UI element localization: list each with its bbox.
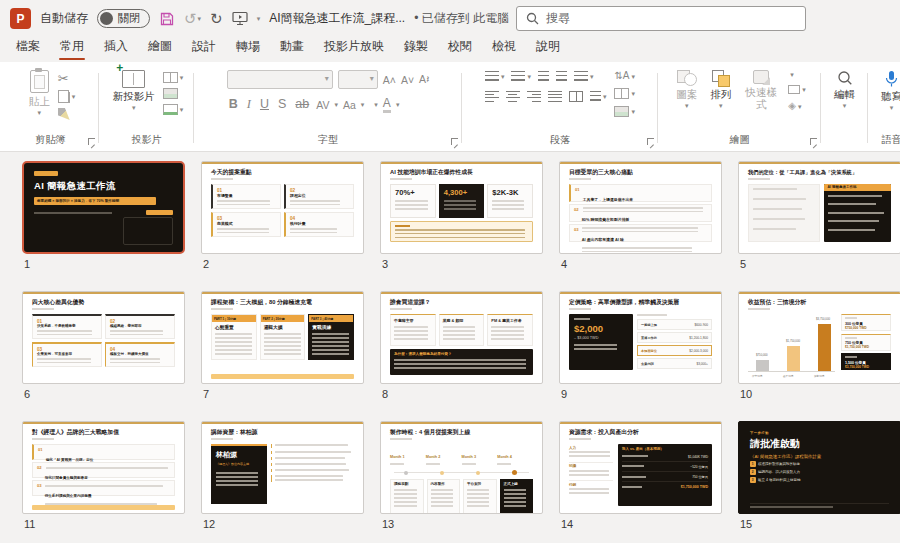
tab-design[interactable]: 設計 xyxy=(182,35,226,62)
slide-layout-button[interactable]: ▾ xyxy=(163,72,184,83)
slide-7-canvas[interactable]: 課程架構：三大模組，80 分鐘極速充電 PART 1｜10分鐘心態重置 PART… xyxy=(201,291,364,384)
character-spacing-button[interactable]: AV xyxy=(316,99,329,111)
slide-thumbnail-1[interactable]: AI 簡報急速工作流 敘事結構 × 版面設計 × 說服力，省下 70% 製作時間… xyxy=(22,161,185,270)
slide-14-canvas[interactable]: 資源需求：投入與產出分析 人力 拍攝 行銷 投入 vs. 產出（基本預測） $1… xyxy=(559,421,722,514)
clipboard-dialog-launcher[interactable] xyxy=(88,138,95,145)
clear-formatting-button[interactable]: A𝄽 xyxy=(419,73,429,86)
tab-insert[interactable]: 插入 xyxy=(94,35,138,62)
reset-slide-button[interactable] xyxy=(163,88,178,99)
align-center-button[interactable] xyxy=(506,91,520,102)
slide-thumbnail-13[interactable]: 製作時程：4 個月從提案到上線 Month 1 Month 2 Month 3 … xyxy=(380,421,543,530)
tab-transitions[interactable]: 轉場 xyxy=(226,35,270,62)
numbering-button[interactable]: ▾ xyxy=(511,71,531,82)
increase-indent-button[interactable] xyxy=(556,71,567,82)
drawing-dialog-launcher[interactable] xyxy=(810,138,817,145)
slide-10-canvas[interactable]: 收益預估：三情境分析 $750,000 $1,750,000 $3,750,00… xyxy=(738,291,900,384)
columns-button[interactable] xyxy=(569,91,583,102)
search-input[interactable]: 搜尋 xyxy=(516,6,806,31)
autosave-toggle[interactable]: 關閉 xyxy=(97,9,150,28)
slide-thumbnail-9[interactable]: 定價策略：高單價微型課，精準觸及決策層 $2,000 – $3,000 TWD … xyxy=(559,291,722,400)
justify-button[interactable] xyxy=(548,91,562,102)
slide-9-canvas[interactable]: 定價策略：高單價微型課，精準觸及決策層 $2,000 – $3,000 TWD … xyxy=(559,291,722,384)
slide-4-canvas[interactable]: 目標受眾的三大核心痛點 01工具學了，上場還是做不出來 0280% 時間浪費在投… xyxy=(559,161,722,254)
underline-button[interactable]: U xyxy=(258,96,271,114)
slide-8-canvas[interactable]: 誰會買這堂課？ 中高階主管 業務 & 顧問 PM & 專業工作者 為什麼：這群人… xyxy=(380,291,543,384)
shape-fill-button[interactable]: ▾ xyxy=(788,71,794,78)
line-spacing-button[interactable]: ▾ xyxy=(574,71,594,82)
text-direction-button[interactable]: ▾ xyxy=(590,91,607,102)
slide-2-canvas[interactable]: 今天的提案重點 01市場聲量 02課程定位 03商業模式 04執行計畫 xyxy=(201,161,364,254)
tab-file[interactable]: 檔案 xyxy=(6,35,50,62)
slide-13-canvas[interactable]: 製作時程：4 個月從提案到上線 Month 1 Month 2 Month 3 … xyxy=(380,421,543,514)
shape-effects-button[interactable]: ◈▾ xyxy=(788,101,801,111)
font-color-button[interactable]: A xyxy=(383,97,391,113)
slide-thumbnail-5[interactable]: 我們的定位：從「工具課」進化為「決策系統」 AI 簡報急速工作流 xyxy=(738,161,900,270)
font-name-select[interactable] xyxy=(227,70,333,89)
decrease-font-button[interactable]: A˅ xyxy=(401,74,414,86)
new-slide-button[interactable]: 新投影片 ▾ xyxy=(110,67,158,112)
tab-view[interactable]: 檢視 xyxy=(482,35,526,62)
change-case-button[interactable]: Aa xyxy=(343,99,356,111)
slide-thumbnail-7[interactable]: 課程架構：三大模組，80 分鐘極速充電 PART 1｜10分鐘心態重置 PART… xyxy=(201,291,364,400)
shapes-button[interactable]: 圖案 ▾ xyxy=(673,67,700,110)
redo-button[interactable]: ↻ xyxy=(210,11,223,26)
align-left-button[interactable] xyxy=(485,91,499,102)
slide-6-canvas[interactable]: 四大核心差異化優勢 01決策系統，不是軟體教學 02模組思維，學完即用 03企業… xyxy=(22,291,185,384)
align-text-button[interactable]: ⇅A▾ xyxy=(614,71,635,81)
slide-1-canvas[interactable]: AI 簡報急速工作流 敘事結構 × 版面設計 × 說服力，省下 70% 製作時間 xyxy=(22,161,185,254)
slide-thumbnail-3[interactable]: AI 技能培訓市場正在爆炸性成長 70%+ 4,300+ $2K-3K 3 xyxy=(380,161,543,270)
section-button[interactable]: ▾ xyxy=(163,104,184,115)
paragraph-dialog-launcher[interactable] xyxy=(647,138,654,145)
slide-thumbnail-2[interactable]: 今天的提案重點 01市場聲量 02課程定位 03商業模式 04執行計畫 2 xyxy=(201,161,364,270)
increase-font-button[interactable]: A˄ xyxy=(383,74,396,86)
slide-thumbnail-4[interactable]: 目標受眾的三大核心痛點 01工具學了，上場還是做不出來 0280% 時間浪費在投… xyxy=(559,161,722,270)
font-dialog-launcher[interactable] xyxy=(451,138,458,145)
paste-button[interactable]: 貼上 ▾ xyxy=(26,67,53,117)
tab-animations[interactable]: 動畫 xyxy=(270,35,314,62)
dictate-button[interactable]: 聽寫 ▾ xyxy=(878,67,900,112)
cut-button[interactable]: ✂ xyxy=(58,72,69,85)
slide-3-canvas[interactable]: AI 技能培訓市場正在爆炸性成長 70%+ 4,300+ $2K-3K xyxy=(380,161,543,254)
font-size-select[interactable] xyxy=(338,70,378,89)
tab-record[interactable]: 錄製 xyxy=(394,35,438,62)
tab-slideshow[interactable]: 投影片放映 xyxy=(314,35,394,62)
slide-thumbnail-15[interactable]: 下一步行動 請批准啟動 《AI 簡報急速工作流》課程製作計畫 1核准課程製作案與… xyxy=(738,421,900,530)
quick-styles-button[interactable]: 快速樣式 xyxy=(741,67,781,110)
timeline-dot xyxy=(476,471,480,475)
slide-thumbnail-6[interactable]: 四大核心差異化優勢 01決策系統，不是軟體教學 02模組思維，學完即用 03企業… xyxy=(22,291,185,400)
copy-button[interactable]: ▾ xyxy=(58,90,76,103)
saved-status[interactable]: • 已儲存到 此電腦 xyxy=(414,10,509,27)
format-painter-button[interactable] xyxy=(58,108,70,120)
slide-thumbnail-11[interactable]: 對《經理人》品牌的三大戰略加值 01強化「AI 實戰第一品牌」定位 02深化訂閱… xyxy=(22,421,185,530)
bold-button[interactable]: B xyxy=(227,96,240,114)
ribbon-options-chevron[interactable]: ▾ xyxy=(257,15,261,23)
bullets-button[interactable]: ▾ xyxy=(485,71,505,82)
shape-outline-button[interactable]: ▾ xyxy=(788,85,806,94)
italic-button[interactable]: I xyxy=(245,96,253,114)
convert-smartart-button[interactable]: ▾ xyxy=(614,106,635,117)
tab-home[interactable]: 常用 xyxy=(50,35,94,62)
editing-button[interactable]: 編輯 ▾ xyxy=(831,67,858,110)
shadow-button[interactable]: S xyxy=(276,96,288,114)
slide-5-canvas[interactable]: 我們的定位：從「工具課」進化為「決策系統」 AI 簡報急速工作流 xyxy=(738,161,900,254)
decrease-indent-button[interactable] xyxy=(538,71,549,82)
slide-thumbnail-12[interactable]: 講師資歷：林柏源 林柏源 《經理人》數位內容主編 xyxy=(201,421,364,530)
save-button[interactable] xyxy=(159,11,175,27)
slide-15-canvas[interactable]: 下一步行動 請批准啟動 《AI 簡報急速工作流》課程製作計畫 1核准課程製作案與… xyxy=(738,421,900,514)
document-title[interactable]: AI簡報急速工作流_課程... xyxy=(269,10,405,27)
start-slideshow-button[interactable] xyxy=(232,11,248,26)
slide-thumbnail-10[interactable]: 收益預估：三情境分析 $750,000 $1,750,000 $3,750,00… xyxy=(738,291,900,400)
align-right-button[interactable] xyxy=(527,91,541,102)
tab-review[interactable]: 校閱 xyxy=(438,35,482,62)
slide-11-canvas[interactable]: 對《經理人》品牌的三大戰略加值 01強化「AI 實戰第一品牌」定位 02深化訂閱… xyxy=(22,421,185,514)
undo-button[interactable]: ↺▾ xyxy=(184,11,201,26)
slide-12-canvas[interactable]: 講師資歷：林柏源 林柏源 《經理人》數位內容主編 xyxy=(201,421,364,514)
arrange-button[interactable]: 排列 ▾ xyxy=(707,67,734,110)
strikethrough-button[interactable]: ab xyxy=(293,96,311,114)
tab-help[interactable]: 說明 xyxy=(526,35,570,62)
powerpoint-app-icon[interactable]: P xyxy=(10,8,31,29)
slide-thumbnail-14[interactable]: 資源需求：投入與產出分析 人力 拍攝 行銷 投入 vs. 產出（基本預測） $1… xyxy=(559,421,722,530)
tab-draw[interactable]: 繪圖 xyxy=(138,35,182,62)
text-box-align-button[interactable]: ▾ xyxy=(614,88,635,99)
slide-thumbnail-8[interactable]: 誰會買這堂課？ 中高階主管 業務 & 顧問 PM & 專業工作者 為什麼：這群人… xyxy=(380,291,543,400)
